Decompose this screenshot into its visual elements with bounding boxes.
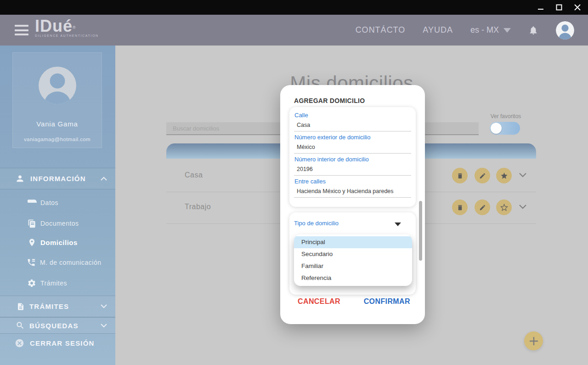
- add-address-modal: AGREGAR DOMICILIO Calle Número exterior …: [280, 85, 425, 324]
- address-type-card: Tipo de domicilio Principal Secundario F…: [289, 212, 416, 295]
- option-secundario[interactable]: Secundario: [294, 248, 412, 260]
- language-label: es - MX: [470, 25, 499, 35]
- favorites-toggle[interactable]: [490, 122, 520, 135]
- calle-input[interactable]: [294, 121, 411, 131]
- field-label: Número interior de domicilio: [294, 156, 411, 163]
- chevron-down-icon: [503, 28, 511, 33]
- person-icon: [15, 174, 25, 183]
- gear-icon: [27, 279, 36, 288]
- option-familiar[interactable]: Familiar: [294, 260, 412, 272]
- app-logo: IDué® DILIGENCE AUTHENTICATION: [35, 17, 99, 37]
- notifications-bell-icon[interactable]: [528, 25, 538, 36]
- row-name: Trabajo: [185, 203, 211, 211]
- menu-icon[interactable]: [15, 25, 28, 35]
- sidebar: Vania Gama vaniagamag@hotmail.com INFORM…: [0, 46, 115, 365]
- sidebar-item-label: Domicilios: [40, 239, 78, 246]
- toggle-knob: [491, 123, 502, 134]
- numero-exterior-input[interactable]: [294, 143, 411, 154]
- field-label: Número exterior de domicilio: [294, 134, 411, 141]
- field-calle: Calle: [294, 112, 411, 131]
- minimize-icon[interactable]: [535, 1, 547, 13]
- select-label: Tipo de domicilio: [294, 220, 339, 227]
- chevron-down-icon: [101, 304, 107, 308]
- close-circle-icon: [15, 338, 24, 348]
- sidebar-section-label: BÚSQUEDAS: [29, 322, 79, 330]
- profile-card: Vania Gama vaniagamag@hotmail.com: [12, 52, 102, 148]
- search-icon: [16, 321, 25, 330]
- dropdown-arrow-icon[interactable]: [395, 222, 401, 226]
- numero-interior-input[interactable]: [294, 165, 411, 176]
- expand-row-chevron-icon[interactable]: [519, 173, 526, 177]
- help-link[interactable]: AYUDA: [423, 25, 453, 35]
- chevron-down-icon: [101, 324, 107, 328]
- close-icon[interactable]: [571, 1, 583, 13]
- delete-button[interactable]: [452, 168, 468, 183]
- modal-scrollbar[interactable]: [419, 201, 422, 261]
- maximize-icon[interactable]: [553, 1, 565, 13]
- app-window: IDué® DILIGENCE AUTHENTICATION CONTÁCTO …: [0, 0, 588, 365]
- registered-mark: ®: [73, 25, 76, 30]
- sidebar-item-label: Datos: [40, 199, 58, 206]
- sidebar-item-label: M. de comunicación: [40, 259, 102, 266]
- pin-icon: [28, 238, 36, 247]
- sidebar-item-domicilios[interactable]: Domicilios: [0, 233, 115, 251]
- sidebar-section-informacion[interactable]: INFORMACIÓN: [0, 168, 115, 189]
- app-header: IDué® DILIGENCE AUTHENTICATION CONTÁCTO …: [0, 15, 588, 46]
- language-selector[interactable]: es - MX: [470, 25, 511, 35]
- confirm-button[interactable]: CONFIRMAR: [364, 297, 410, 306]
- card-icon: [28, 200, 37, 206]
- sidebar-item-label: Trámites: [40, 279, 67, 287]
- window-titlebar: [0, 0, 588, 15]
- logo-subtitle: DILIGENCE AUTHENTICATION: [35, 34, 99, 37]
- field-label: Calle: [294, 112, 411, 119]
- favorite-star-outline-button[interactable]: [496, 200, 512, 215]
- address-type-dropdown: Principal Secundario Familiar Referencia: [294, 234, 412, 286]
- delete-button[interactable]: [452, 200, 468, 215]
- modal-actions: CANCELAR CONFIRMAR: [280, 297, 425, 306]
- favorites-label: Ver favoritos: [490, 113, 522, 120]
- address-form-card: Calle Número exterior de domicilio Númer…: [289, 107, 416, 207]
- sidebar-item-medios-comunicacion[interactable]: M. de comunicación: [0, 253, 115, 272]
- user-avatar[interactable]: [556, 21, 574, 40]
- profile-avatar: [39, 67, 76, 104]
- sidebar-logout[interactable]: CERRAR SESIÓN: [0, 335, 115, 351]
- sidebar-section-tramites[interactable]: TRÁMITES: [0, 296, 115, 317]
- field-label: Entre calles: [294, 178, 411, 185]
- chevron-up-icon: [101, 177, 107, 181]
- sidebar-section-label: INFORMACIÓN: [30, 175, 86, 182]
- field-entre-calles: Entre calles: [294, 178, 411, 198]
- field-numero-interior: Número interior de domicilio: [294, 156, 411, 176]
- logout-label: CERRAR SESIÓN: [30, 339, 95, 347]
- sidebar-item-label: Documentos: [40, 220, 79, 227]
- document-icon: [17, 302, 25, 311]
- expand-row-chevron-icon[interactable]: [519, 205, 526, 209]
- documents-icon: [28, 219, 36, 228]
- cancel-button[interactable]: CANCELAR: [298, 297, 340, 306]
- modal-title: AGREGAR DOMICILIO: [294, 97, 365, 104]
- sidebar-section-label: TRÁMITES: [29, 302, 69, 310]
- sidebar-item-documentos[interactable]: Documentos: [0, 214, 115, 233]
- profile-email: vaniagamag@hotmail.com: [13, 137, 102, 142]
- field-numero-exterior: Número exterior de domicilio: [294, 134, 411, 154]
- favorite-star-filled-button[interactable]: [496, 168, 512, 183]
- row-name: Casa: [185, 171, 203, 179]
- entre-calles-input[interactable]: [294, 187, 411, 198]
- profile-name: Vania Gama: [13, 120, 102, 128]
- phone-icon: [27, 258, 36, 267]
- contact-link[interactable]: CONTÁCTO: [356, 25, 406, 35]
- sidebar-section-busquedas[interactable]: BÚSQUEDAS: [0, 317, 115, 334]
- sidebar-item-datos[interactable]: Datos: [0, 194, 115, 212]
- option-principal[interactable]: Principal: [294, 236, 412, 248]
- sidebar-item-tramites-sub[interactable]: Trámites: [0, 274, 115, 292]
- edit-button[interactable]: [475, 168, 490, 183]
- add-address-button[interactable]: [524, 331, 543, 350]
- edit-button[interactable]: [475, 200, 490, 215]
- option-referencia[interactable]: Referencia: [294, 272, 412, 284]
- logo-title: IDué: [35, 17, 73, 35]
